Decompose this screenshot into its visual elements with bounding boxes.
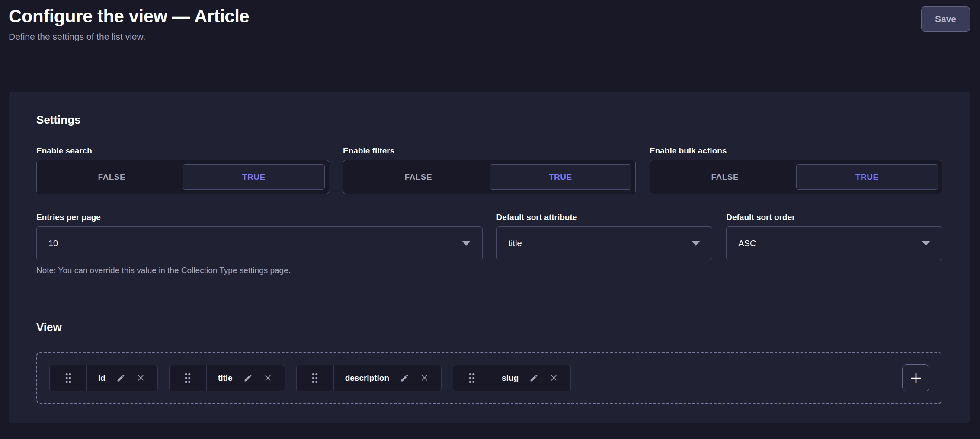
drag-handle-icon: [64, 372, 73, 385]
edit-field-button[interactable]: [116, 373, 125, 382]
drag-handle[interactable]: [170, 365, 207, 391]
remove-field-button[interactable]: [263, 373, 272, 382]
drag-handle[interactable]: [297, 365, 334, 391]
edit-field-button[interactable]: [243, 373, 253, 382]
toggle-option-true[interactable]: TRUE: [796, 164, 938, 190]
select-value: 10: [48, 239, 58, 248]
field-card-label: id: [98, 373, 106, 383]
edit-field-button[interactable]: [529, 373, 538, 382]
page-subtitle: Define the settings of the list view.: [9, 31, 249, 42]
toggle-option-true[interactable]: TRUE: [490, 164, 632, 190]
section-divider: [36, 299, 942, 299]
enable-filters-toggle: FALSE TRUE: [343, 160, 636, 194]
field-default-sort-order: Default sort order ASC: [726, 212, 942, 275]
field-label: Enable filters: [343, 146, 636, 156]
settings-grid: Enable search FALSE TRUE Enable filters …: [36, 146, 942, 275]
pencil-icon: [400, 373, 409, 382]
toggle-option-false[interactable]: FALSE: [41, 164, 183, 190]
pencil-icon: [529, 373, 538, 382]
entries-per-page-note: Note: You can override this value in the…: [36, 265, 483, 275]
select-value: ASC: [738, 239, 756, 248]
add-field-button[interactable]: [902, 364, 929, 391]
close-icon: [420, 373, 429, 382]
enable-search-toggle: FALSE TRUE: [36, 160, 329, 194]
field-enable-filters: Enable filters FALSE TRUE: [343, 146, 636, 194]
pencil-icon: [243, 373, 253, 382]
field-label: Enable bulk actions: [650, 146, 942, 156]
field-label: Default sort attribute: [496, 212, 713, 222]
drag-handle-icon: [183, 372, 192, 385]
chevron-down-icon: [922, 241, 930, 246]
view-heading: View: [36, 321, 942, 334]
drag-handle-icon: [311, 372, 319, 385]
chevron-down-icon: [692, 241, 700, 246]
close-icon: [549, 373, 558, 382]
drag-handle-icon: [468, 372, 476, 385]
drag-handle[interactable]: [50, 365, 87, 391]
field-label: Entries per page: [36, 212, 483, 222]
page-header: Configure the view — Article Define the …: [0, 0, 980, 42]
field-card-description[interactable]: description: [296, 365, 442, 391]
field-card-label: title: [218, 373, 233, 383]
toggle-option-true[interactable]: TRUE: [183, 164, 325, 190]
edit-field-button[interactable]: [400, 373, 409, 382]
remove-field-button[interactable]: [549, 373, 558, 382]
remove-field-button[interactable]: [136, 373, 145, 382]
enable-bulk-actions-toggle: FALSE TRUE: [650, 160, 942, 194]
plus-icon: [908, 370, 924, 386]
field-enable-search: Enable search FALSE TRUE: [36, 146, 329, 194]
save-button[interactable]: Save: [921, 6, 970, 32]
page-header-titles: Configure the view — Article Define the …: [9, 6, 249, 42]
field-label: Default sort order: [726, 212, 942, 222]
field-card-label: description: [345, 373, 389, 383]
default-sort-order-select[interactable]: ASC: [726, 226, 942, 260]
field-card-label: slug: [502, 373, 519, 383]
field-label: Enable search: [36, 146, 329, 156]
field-card-id[interactable]: id: [49, 365, 158, 391]
entries-per-page-select[interactable]: 10: [36, 226, 483, 260]
default-sort-attribute-select[interactable]: title: [496, 226, 713, 260]
field-card-slug[interactable]: slug: [453, 365, 571, 391]
select-value: title: [509, 239, 522, 248]
settings-card: Settings Enable search FALSE TRUE Enable…: [9, 92, 970, 423]
chevron-down-icon: [462, 241, 471, 246]
toggle-option-false[interactable]: FALSE: [654, 164, 796, 190]
drag-handle[interactable]: [453, 365, 490, 391]
close-icon: [136, 373, 145, 382]
field-layout-zone: id: [36, 352, 942, 404]
pencil-icon: [116, 373, 125, 382]
field-enable-bulk-actions: Enable bulk actions FALSE TRUE: [650, 146, 942, 194]
remove-field-button[interactable]: [420, 373, 429, 382]
toggle-option-false[interactable]: FALSE: [347, 164, 490, 190]
field-default-sort-attribute: Default sort attribute title: [496, 212, 713, 275]
field-entries-per-page: Entries per page 10 Note: You can overri…: [36, 212, 483, 275]
field-card-title[interactable]: title: [169, 365, 285, 391]
settings-heading: Settings: [36, 113, 942, 127]
page-title: Configure the view — Article: [9, 6, 249, 27]
close-icon: [263, 373, 272, 382]
